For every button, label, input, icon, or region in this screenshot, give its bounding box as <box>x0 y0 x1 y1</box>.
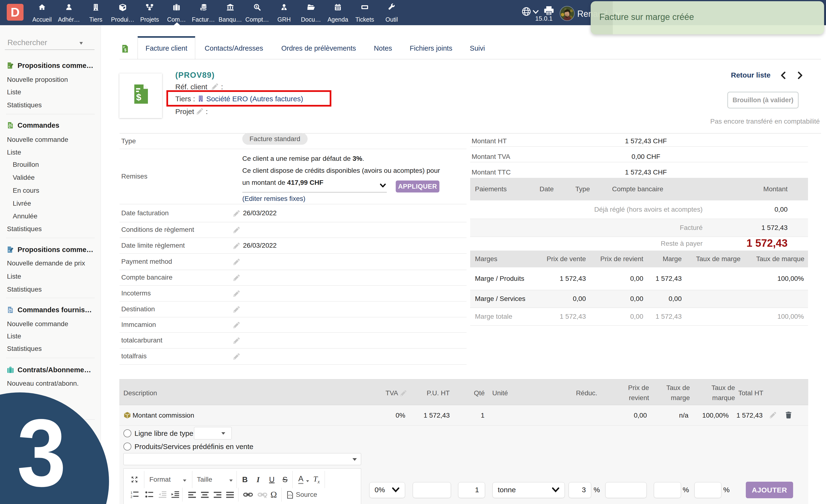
svg-text:1: 1 <box>131 491 132 495</box>
svg-text:$: $ <box>256 5 258 8</box>
svg-text:<>: <> <box>288 494 292 497</box>
svg-text:2: 2 <box>131 495 132 499</box>
svg-text:$: $ <box>124 48 126 52</box>
svg-text:$: $ <box>136 92 141 102</box>
